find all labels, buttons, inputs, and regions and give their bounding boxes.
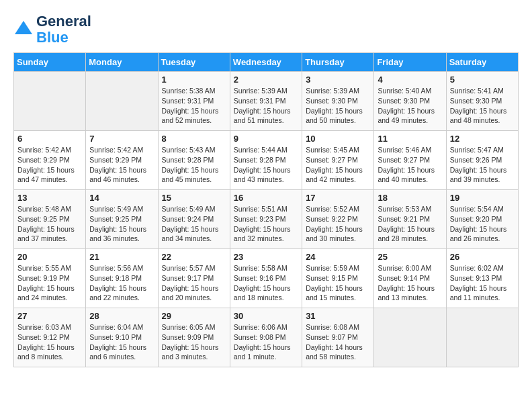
calendar-cell: 22Sunrise: 5:57 AM Sunset: 9:17 PM Dayli… — [158, 249, 230, 308]
calendar-cell: 6Sunrise: 5:42 AM Sunset: 9:29 PM Daylig… — [14, 131, 86, 190]
day-info: Sunrise: 5:41 AM Sunset: 9:30 PM Dayligh… — [450, 86, 515, 126]
weekday-header-saturday: Saturday — [446, 53, 518, 72]
day-number: 8 — [162, 134, 226, 144]
day-info: Sunrise: 5:47 AM Sunset: 9:26 PM Dayligh… — [450, 145, 515, 185]
calendar-cell: 14Sunrise: 5:49 AM Sunset: 9:25 PM Dayli… — [86, 190, 158, 249]
day-number: 1 — [162, 75, 226, 85]
day-number: 27 — [17, 311, 82, 321]
day-number: 24 — [306, 252, 370, 262]
calendar-cell — [14, 72, 86, 131]
calendar-week-1: 6Sunrise: 5:42 AM Sunset: 9:29 PM Daylig… — [14, 131, 519, 190]
day-info: Sunrise: 5:51 AM Sunset: 9:23 PM Dayligh… — [234, 204, 298, 244]
day-number: 7 — [89, 134, 154, 144]
calendar-cell: 5Sunrise: 5:41 AM Sunset: 9:30 PM Daylig… — [446, 72, 518, 131]
calendar-cell: 15Sunrise: 5:49 AM Sunset: 9:24 PM Dayli… — [158, 190, 230, 249]
day-info: Sunrise: 6:05 AM Sunset: 9:09 PM Dayligh… — [162, 322, 226, 362]
day-number: 13 — [17, 193, 82, 203]
calendar-week-3: 20Sunrise: 5:55 AM Sunset: 9:19 PM Dayli… — [14, 249, 519, 308]
day-info: Sunrise: 5:38 AM Sunset: 9:31 PM Dayligh… — [162, 86, 226, 126]
day-number: 2 — [234, 75, 298, 85]
day-number: 25 — [378, 252, 442, 262]
day-number: 5 — [450, 75, 515, 85]
day-number: 14 — [89, 193, 154, 203]
calendar-cell: 23Sunrise: 5:58 AM Sunset: 9:16 PM Dayli… — [230, 249, 302, 308]
weekday-header-monday: Monday — [86, 53, 158, 72]
logo-icon — [13, 19, 34, 40]
day-info: Sunrise: 5:59 AM Sunset: 9:15 PM Dayligh… — [306, 263, 370, 303]
day-info: Sunrise: 5:53 AM Sunset: 9:21 PM Dayligh… — [378, 204, 442, 244]
day-number: 17 — [306, 193, 370, 203]
day-number: 12 — [450, 134, 515, 144]
calendar-cell — [446, 308, 518, 367]
calendar-cell: 20Sunrise: 5:55 AM Sunset: 9:19 PM Dayli… — [14, 249, 86, 308]
day-info: Sunrise: 5:40 AM Sunset: 9:30 PM Dayligh… — [378, 86, 442, 126]
calendar-cell — [374, 308, 446, 367]
calendar-body: 1Sunrise: 5:38 AM Sunset: 9:31 PM Daylig… — [14, 72, 519, 367]
day-number: 19 — [450, 193, 515, 203]
day-number: 29 — [162, 311, 226, 321]
page-header: General Blue — [13, 13, 519, 46]
day-info: Sunrise: 6:03 AM Sunset: 9:12 PM Dayligh… — [17, 322, 82, 362]
day-info: Sunrise: 5:58 AM Sunset: 9:16 PM Dayligh… — [234, 263, 298, 303]
calendar-cell: 7Sunrise: 5:42 AM Sunset: 9:29 PM Daylig… — [86, 131, 158, 190]
day-info: Sunrise: 5:42 AM Sunset: 9:29 PM Dayligh… — [89, 145, 154, 185]
weekday-header-tuesday: Tuesday — [158, 53, 230, 72]
day-info: Sunrise: 5:48 AM Sunset: 9:25 PM Dayligh… — [17, 204, 82, 244]
calendar-cell: 30Sunrise: 6:06 AM Sunset: 9:08 PM Dayli… — [230, 308, 302, 367]
calendar-cell: 24Sunrise: 5:59 AM Sunset: 9:15 PM Dayli… — [302, 249, 374, 308]
calendar-cell: 31Sunrise: 6:08 AM Sunset: 9:07 PM Dayli… — [302, 308, 374, 367]
day-info: Sunrise: 5:42 AM Sunset: 9:29 PM Dayligh… — [17, 145, 82, 185]
day-number: 23 — [234, 252, 298, 262]
calendar-cell: 16Sunrise: 5:51 AM Sunset: 9:23 PM Dayli… — [230, 190, 302, 249]
svg-marker-0 — [15, 21, 32, 34]
day-info: Sunrise: 5:52 AM Sunset: 9:22 PM Dayligh… — [306, 204, 370, 244]
day-number: 4 — [378, 75, 442, 85]
calendar-cell: 13Sunrise: 5:48 AM Sunset: 9:25 PM Dayli… — [14, 190, 86, 249]
day-info: Sunrise: 5:56 AM Sunset: 9:18 PM Dayligh… — [89, 263, 154, 303]
day-number: 10 — [306, 134, 370, 144]
day-info: Sunrise: 5:54 AM Sunset: 9:20 PM Dayligh… — [450, 204, 515, 244]
weekday-header-friday: Friday — [374, 53, 446, 72]
calendar-cell: 8Sunrise: 5:43 AM Sunset: 9:28 PM Daylig… — [158, 131, 230, 190]
day-info: Sunrise: 6:04 AM Sunset: 9:10 PM Dayligh… — [89, 322, 154, 362]
day-number: 18 — [378, 193, 442, 203]
calendar-cell: 3Sunrise: 5:39 AM Sunset: 9:30 PM Daylig… — [302, 72, 374, 131]
day-number: 26 — [450, 252, 515, 262]
day-number: 6 — [17, 134, 82, 144]
day-number: 3 — [306, 75, 370, 85]
calendar-cell: 21Sunrise: 5:56 AM Sunset: 9:18 PM Dayli… — [86, 249, 158, 308]
day-info: Sunrise: 6:02 AM Sunset: 9:13 PM Dayligh… — [450, 263, 515, 303]
day-number: 16 — [234, 193, 298, 203]
calendar-cell: 10Sunrise: 5:45 AM Sunset: 9:27 PM Dayli… — [302, 131, 374, 190]
calendar-cell: 11Sunrise: 5:46 AM Sunset: 9:27 PM Dayli… — [374, 131, 446, 190]
calendar-cell: 27Sunrise: 6:03 AM Sunset: 9:12 PM Dayli… — [14, 308, 86, 367]
calendar-week-2: 13Sunrise: 5:48 AM Sunset: 9:25 PM Dayli… — [14, 190, 519, 249]
logo: General Blue — [13, 13, 91, 46]
calendar-cell: 17Sunrise: 5:52 AM Sunset: 9:22 PM Dayli… — [302, 190, 374, 249]
day-info: Sunrise: 5:49 AM Sunset: 9:24 PM Dayligh… — [162, 204, 226, 244]
logo-text: General Blue — [36, 13, 91, 46]
day-info: Sunrise: 5:44 AM Sunset: 9:28 PM Dayligh… — [234, 145, 298, 185]
weekday-header-wednesday: Wednesday — [230, 53, 302, 72]
day-number: 21 — [89, 252, 154, 262]
calendar-week-0: 1Sunrise: 5:38 AM Sunset: 9:31 PM Daylig… — [14, 72, 519, 131]
day-info: Sunrise: 5:45 AM Sunset: 9:27 PM Dayligh… — [306, 145, 370, 185]
day-number: 30 — [234, 311, 298, 321]
day-info: Sunrise: 5:39 AM Sunset: 9:30 PM Dayligh… — [306, 86, 370, 126]
day-info: Sunrise: 6:08 AM Sunset: 9:07 PM Dayligh… — [306, 322, 370, 362]
calendar-cell: 18Sunrise: 5:53 AM Sunset: 9:21 PM Dayli… — [374, 190, 446, 249]
calendar-cell — [86, 72, 158, 131]
calendar-cell: 4Sunrise: 5:40 AM Sunset: 9:30 PM Daylig… — [374, 72, 446, 131]
calendar-cell: 29Sunrise: 6:05 AM Sunset: 9:09 PM Dayli… — [158, 308, 230, 367]
calendar-cell: 19Sunrise: 5:54 AM Sunset: 9:20 PM Dayli… — [446, 190, 518, 249]
day-info: Sunrise: 5:43 AM Sunset: 9:28 PM Dayligh… — [162, 145, 226, 185]
day-info: Sunrise: 5:49 AM Sunset: 9:25 PM Dayligh… — [89, 204, 154, 244]
day-info: Sunrise: 5:57 AM Sunset: 9:17 PM Dayligh… — [162, 263, 226, 303]
calendar-table: SundayMondayTuesdayWednesdayThursdayFrid… — [13, 52, 519, 367]
calendar-cell: 26Sunrise: 6:02 AM Sunset: 9:13 PM Dayli… — [446, 249, 518, 308]
day-number: 22 — [162, 252, 226, 262]
calendar-cell: 9Sunrise: 5:44 AM Sunset: 9:28 PM Daylig… — [230, 131, 302, 190]
day-number: 28 — [89, 311, 154, 321]
calendar-week-4: 27Sunrise: 6:03 AM Sunset: 9:12 PM Dayli… — [14, 308, 519, 367]
calendar-cell: 25Sunrise: 6:00 AM Sunset: 9:14 PM Dayli… — [374, 249, 446, 308]
